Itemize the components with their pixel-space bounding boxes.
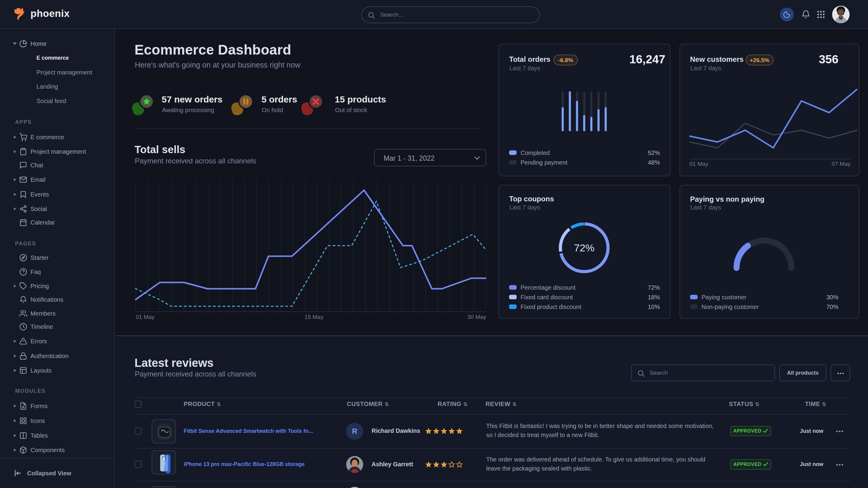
svg-text:30 May: 30 May <box>467 314 487 320</box>
svg-text:15 May: 15 May <box>305 314 323 320</box>
svg-text:01 May: 01 May <box>136 314 155 320</box>
svg-text:01 May: 01 May <box>689 161 709 167</box>
svg-text:72%: 72% <box>574 242 594 254</box>
svg-text:07 May: 07 May <box>832 161 851 167</box>
